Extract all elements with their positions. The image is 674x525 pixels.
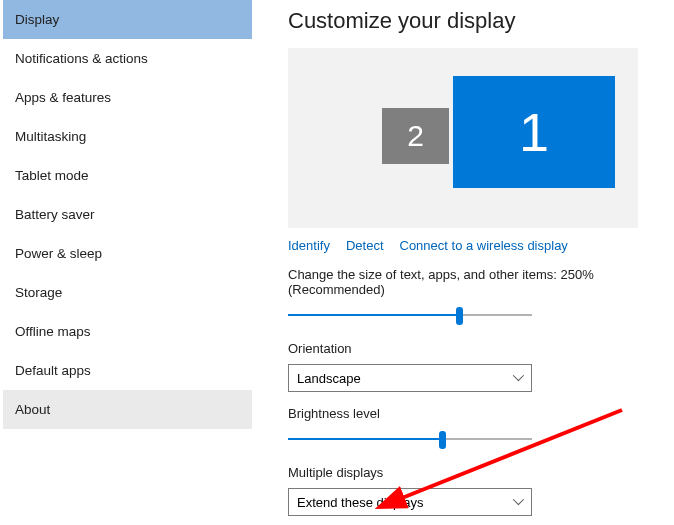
- sidebar-item-notifications[interactable]: Notifications & actions: [3, 39, 252, 78]
- sidebar-item-about[interactable]: About: [3, 390, 252, 429]
- select-value: Extend these displays: [297, 495, 423, 510]
- wireless-display-link[interactable]: Connect to a wireless display: [400, 238, 568, 253]
- orientation-label: Orientation: [288, 341, 660, 356]
- monitor-1[interactable]: 1: [453, 76, 615, 188]
- sidebar-item-offline-maps[interactable]: Offline maps: [3, 312, 252, 351]
- monitor-label: 1: [519, 101, 549, 163]
- multiple-displays-select[interactable]: Extend these displays: [288, 488, 532, 516]
- main-panel: Customize your display 2 1 Identify Dete…: [252, 0, 674, 525]
- brightness-label: Brightness level: [288, 406, 660, 421]
- slider-thumb[interactable]: [456, 307, 463, 325]
- sidebar-item-power-sleep[interactable]: Power & sleep: [3, 234, 252, 273]
- scale-label: Change the size of text, apps, and other…: [288, 267, 660, 297]
- sidebar-item-tablet-mode[interactable]: Tablet mode: [3, 156, 252, 195]
- sidebar-item-label: Power & sleep: [15, 246, 102, 261]
- sidebar-item-label: Storage: [15, 285, 62, 300]
- brightness-slider[interactable]: [288, 429, 532, 451]
- sidebar-item-label: Default apps: [15, 363, 91, 378]
- sidebar-item-label: Offline maps: [15, 324, 91, 339]
- slider-fill: [288, 438, 442, 440]
- display-links: Identify Detect Connect to a wireless di…: [288, 238, 660, 253]
- page-title: Customize your display: [288, 8, 660, 34]
- slider-fill: [288, 314, 459, 316]
- sidebar-item-label: Tablet mode: [15, 168, 89, 183]
- sidebar-item-battery-saver[interactable]: Battery saver: [3, 195, 252, 234]
- sidebar-item-label: Battery saver: [15, 207, 95, 222]
- monitor-label: 2: [407, 119, 424, 153]
- svg-line-0: [397, 410, 622, 500]
- sidebar-item-apps-features[interactable]: Apps & features: [3, 78, 252, 117]
- sidebar-item-label: Apps & features: [15, 90, 111, 105]
- monitor-2[interactable]: 2: [382, 108, 449, 164]
- sidebar-item-label: Multitasking: [15, 129, 86, 144]
- sidebar-item-label: Display: [15, 12, 59, 27]
- scale-slider[interactable]: [288, 305, 532, 327]
- sidebar-item-label: About: [15, 402, 50, 417]
- sidebar-item-multitasking[interactable]: Multitasking: [3, 117, 252, 156]
- sidebar-item-default-apps[interactable]: Default apps: [3, 351, 252, 390]
- slider-thumb[interactable]: [439, 431, 446, 449]
- select-value: Landscape: [297, 371, 361, 386]
- multiple-displays-label: Multiple displays: [288, 465, 660, 480]
- identify-link[interactable]: Identify: [288, 238, 330, 253]
- sidebar-item-display[interactable]: Display: [3, 0, 252, 39]
- sidebar-item-storage[interactable]: Storage: [3, 273, 252, 312]
- chevron-down-icon: [513, 373, 523, 383]
- sidebar-item-label: Notifications & actions: [15, 51, 148, 66]
- chevron-down-icon: [513, 497, 523, 507]
- display-arrangement[interactable]: 2 1: [288, 48, 638, 228]
- detect-link[interactable]: Detect: [346, 238, 384, 253]
- orientation-select[interactable]: Landscape: [288, 364, 532, 392]
- settings-sidebar: Display Notifications & actions Apps & f…: [0, 0, 252, 525]
